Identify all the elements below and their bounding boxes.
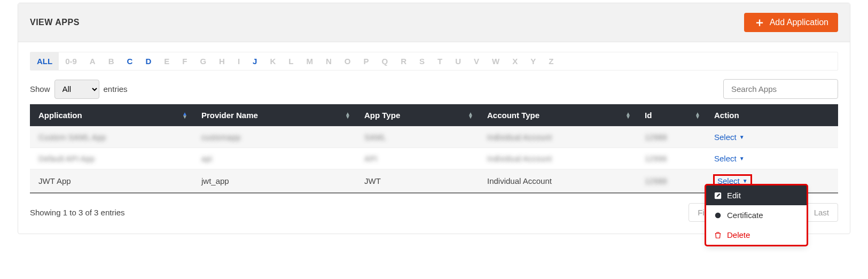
alpha-pill-z: Z [542, 52, 560, 70]
alpha-pill-y: Y [524, 52, 542, 70]
alpha-pill-0-9: 0-9 [59, 52, 83, 70]
sort-icon: ▲▼ [625, 112, 631, 119]
sort-icon: ▲▼ [695, 112, 700, 119]
certificate-icon [714, 212, 722, 219]
alpha-pill-t: T [431, 52, 449, 70]
alpha-pill-g: G [193, 52, 213, 70]
alpha-pill-x: X [506, 52, 524, 70]
col-action[interactable]: Action [706, 104, 838, 127]
table-row: Custom SAML AppcustomappSAMLIndividual A… [30, 127, 838, 148]
alpha-pill-e: E [158, 52, 176, 70]
chevron-down-icon: ▼ [739, 134, 745, 140]
entries-select[interactable]: All [54, 80, 99, 99]
add-application-label: Add Application [770, 18, 828, 27]
alpha-pill-c[interactable]: C [121, 52, 139, 70]
alpha-pill-f: F [176, 52, 193, 70]
col-account-type[interactable]: Account Type▲▼ [479, 104, 636, 127]
sort-icon: ▲▼ [182, 112, 187, 119]
action-select[interactable]: Select▼ [714, 154, 745, 163]
alpha-pill-r: R [394, 52, 413, 70]
alpha-pill-w: W [486, 52, 506, 70]
dropdown-certificate-label: Certificate [727, 211, 763, 220]
dropdown-edit-label: Edit [727, 191, 741, 200]
dropdown-delete-label: Delete [727, 230, 750, 239]
dropdown-certificate[interactable]: Certificate [706, 205, 807, 225]
alpha-pill-m: M [300, 52, 319, 70]
trash-icon [714, 231, 722, 239]
alpha-pill-a: A [83, 52, 102, 70]
col-provider-name[interactable]: Provider Name▲▼ [193, 104, 356, 127]
sort-icon: ▲▼ [345, 112, 350, 119]
alpha-pill-d[interactable]: D [139, 52, 158, 70]
alpha-pill-h: H [213, 52, 231, 70]
edit-icon [714, 192, 722, 199]
action-dropdown: Edit Certificate Delete [706, 185, 807, 245]
alpha-pill-u: U [449, 52, 467, 70]
search-input[interactable] [723, 79, 838, 99]
alpha-pill-k: K [263, 52, 282, 70]
alpha-pill-p: P [357, 52, 375, 70]
sort-icon: ▲▼ [468, 112, 473, 119]
pager-last[interactable]: Last [805, 203, 838, 222]
chevron-down-icon: ▼ [739, 156, 745, 161]
entries-label: entries [104, 84, 128, 94]
alpha-pill-b: B [102, 52, 121, 70]
alpha-pill-n: N [319, 52, 338, 70]
table-row: Default API AppapiAPIIndividual Account1… [30, 148, 838, 169]
alpha-pill-o: O [338, 52, 357, 70]
alpha-pill-s: S [413, 52, 431, 70]
col-application[interactable]: Application▲▼ [30, 104, 193, 127]
alpha-pill-i: I [231, 52, 246, 70]
alpha-filter: ALL0-9ABCDEFGHIJKLMNOPQRSTUVWXYZ [30, 52, 838, 71]
dropdown-delete[interactable]: Delete [706, 225, 807, 245]
alpha-pill-q: Q [376, 52, 395, 70]
table-info: Showing 1 to 3 of 3 entries [30, 208, 125, 217]
page-title: VIEW APPS [30, 18, 80, 27]
action-select[interactable]: Select▼ [714, 133, 745, 142]
alpha-pill-l: L [282, 52, 300, 70]
col-id[interactable]: Id▲▼ [636, 104, 706, 127]
dropdown-edit[interactable]: Edit [706, 185, 807, 205]
chevron-down-icon: ▼ [742, 178, 748, 184]
show-label: Show [30, 84, 50, 94]
alpha-pill-all[interactable]: ALL [30, 52, 59, 70]
alpha-pill-j[interactable]: J [246, 52, 263, 70]
add-application-button[interactable]: ＋ Add Application [744, 13, 838, 32]
col-app-type[interactable]: App Type▲▼ [356, 104, 479, 127]
alpha-pill-v: V [467, 52, 486, 70]
